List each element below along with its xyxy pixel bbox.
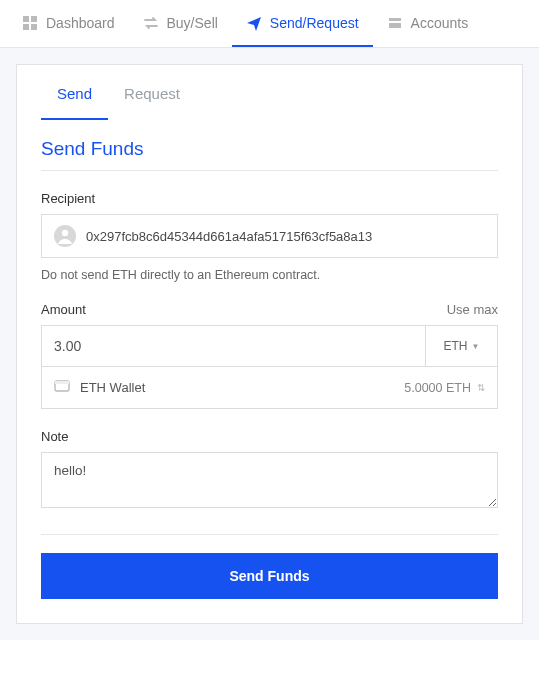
amount-label: Amount: [41, 302, 86, 317]
wallet-balance: 5.0000 ETH: [404, 381, 471, 395]
nav-accounts[interactable]: Accounts: [373, 0, 483, 47]
avatar-icon: [54, 225, 76, 247]
svg-rect-2: [23, 24, 29, 30]
wallet-select[interactable]: ETH Wallet 5.0000 ETH ⇅: [41, 367, 498, 409]
nav-sendrequest[interactable]: Send/Request: [232, 0, 373, 47]
wallet-name: ETH Wallet: [80, 380, 145, 395]
nav-accounts-label: Accounts: [411, 15, 469, 31]
tab-send[interactable]: Send: [41, 65, 108, 120]
amount-row: 3.00 ETH ▼: [41, 325, 498, 367]
recipient-label: Recipient: [41, 191, 498, 206]
svg-rect-3: [31, 24, 37, 30]
note-input[interactable]: [41, 452, 498, 508]
svg-rect-4: [389, 18, 401, 21]
send-section: Send Funds Recipient 0x297fcb8c6d45344d6…: [17, 120, 522, 623]
wallet-icon: [54, 379, 70, 396]
page-body: Send Request Send Funds Recipient 0x297f…: [0, 48, 539, 640]
recipient-helper: Do not send ETH directly to an Ethereum …: [41, 268, 498, 282]
sort-icon: ⇅: [477, 382, 485, 393]
recipient-input[interactable]: 0x297fcb8c6d45344d661a4afa51715f63cf5a8a…: [41, 214, 498, 258]
tab-request[interactable]: Request: [108, 65, 196, 120]
use-max-link[interactable]: Use max: [447, 302, 498, 317]
svg-point-7: [62, 230, 68, 236]
nav-buysell-label: Buy/Sell: [167, 15, 218, 31]
divider: [41, 534, 498, 535]
nav-dashboard[interactable]: Dashboard: [8, 0, 129, 47]
send-icon: [246, 15, 262, 31]
exchange-icon: [143, 15, 159, 31]
card-tabs: Send Request: [17, 65, 522, 120]
top-nav: Dashboard Buy/Sell Send/Request Accounts: [0, 0, 539, 48]
svg-rect-9: [55, 381, 69, 384]
svg-rect-5: [389, 23, 401, 28]
amount-input[interactable]: 3.00: [41, 325, 426, 367]
chevron-down-icon: ▼: [472, 342, 480, 351]
section-title: Send Funds: [41, 138, 498, 171]
send-funds-button[interactable]: Send Funds: [41, 553, 498, 599]
svg-rect-1: [31, 16, 37, 22]
accounts-icon: [387, 15, 403, 31]
recipient-value: 0x297fcb8c6d45344d661a4afa51715f63cf5a8a…: [86, 229, 372, 244]
send-card: Send Request Send Funds Recipient 0x297f…: [16, 64, 523, 624]
currency-value: ETH: [444, 339, 468, 353]
note-label: Note: [41, 429, 498, 444]
currency-select[interactable]: ETH ▼: [426, 325, 498, 367]
nav-dashboard-label: Dashboard: [46, 15, 115, 31]
dashboard-icon: [22, 15, 38, 31]
svg-rect-0: [23, 16, 29, 22]
nav-buysell[interactable]: Buy/Sell: [129, 0, 232, 47]
nav-sendrequest-label: Send/Request: [270, 15, 359, 31]
